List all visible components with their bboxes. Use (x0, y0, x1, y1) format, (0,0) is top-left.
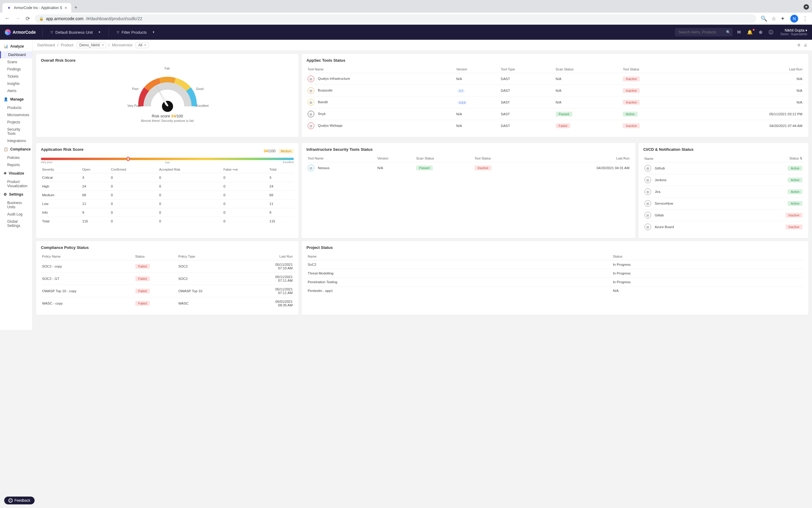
avatar[interactable]: N (790, 15, 798, 23)
kebab-menu-icon[interactable]: ⋮ (802, 15, 808, 22)
column-header[interactable]: Status (612, 253, 804, 260)
column-header[interactable]: Total (268, 166, 294, 173)
products-filter[interactable]: ▽ Filter Products ▼ (112, 30, 159, 35)
bell-icon[interactable]: 🔔 (746, 30, 754, 35)
microservice-select[interactable]: All (136, 42, 149, 48)
zoom-icon[interactable]: 🔍 (761, 15, 767, 22)
column-header[interactable]: Last Run (686, 66, 804, 73)
new-tab-button[interactable]: + (74, 4, 78, 11)
policy-link[interactable]: WASC - copy (41, 297, 134, 310)
breadcrumb-root[interactable]: Dashboard (37, 43, 55, 47)
column-header[interactable]: Tool Status (473, 155, 529, 162)
column-header[interactable]: Tool Type (499, 66, 554, 73)
back-button[interactable]: ← (4, 15, 10, 22)
sidebar-item-tickets[interactable]: Tickets (0, 73, 32, 80)
column-header[interactable]: False +ve (222, 166, 268, 173)
column-header[interactable]: Tool Name (306, 155, 376, 162)
table-row[interactable]: ◎SnykN/ASASTPassedActive05/11/2021 03:12… (306, 108, 804, 120)
sidebar-item-dashboard[interactable]: Dashboard (0, 51, 32, 58)
table-row[interactable]: ◎Qualys WebappN/ADASTFailedInactive04/20… (306, 120, 804, 132)
column-header[interactable]: Scan Status (555, 66, 622, 73)
sidebar-item-products[interactable]: Products (0, 104, 32, 111)
profile-menu-icon[interactable] (804, 4, 809, 10)
sidebar-item-business-units[interactable]: Business Units (0, 199, 32, 211)
column-header[interactable]: Status (134, 253, 177, 260)
table-row[interactable]: ◎Bandit1.6.2SASTN/AInactiveN/A (306, 97, 804, 108)
column-header[interactable]: Tool Status (622, 66, 686, 73)
column-header[interactable]: Policy Type (177, 253, 244, 260)
policy-link[interactable]: OWASP Top 10 - copy (41, 285, 134, 297)
table-row[interactable]: SoC2In Progress (306, 260, 804, 269)
mail-icon[interactable]: ✉ (736, 30, 742, 35)
sidebar-item-insights[interactable]: Insights (0, 80, 32, 87)
table-row[interactable]: ◎JiraActive (643, 186, 804, 198)
column-header[interactable]: Policy Name (41, 253, 134, 260)
column-header[interactable]: Last Run (244, 253, 294, 260)
sidebar-group-compliance[interactable]: 📋Compliance (0, 144, 32, 154)
table-row[interactable]: SOC2 - copyFailedSOC205/11/202107:10 AM (41, 260, 294, 273)
browser-tab[interactable]: ArmorCode Inc - Application S × (2, 3, 71, 13)
column-header[interactable]: Severity (41, 166, 81, 173)
sidebar-item-security-tools[interactable]: Security Tools (0, 126, 32, 137)
policy-link[interactable]: SOC2 - copy (41, 260, 134, 273)
table-row[interactable]: ◎GithubActive (643, 163, 804, 174)
business-unit-filter[interactable]: ▽ Default Business Unit ▼ (46, 30, 105, 35)
sidebar-group-analyze[interactable]: 📊Analyze (0, 42, 32, 51)
policy-link[interactable]: SOC2 - GT (41, 273, 134, 285)
column-header[interactable]: Version (376, 155, 415, 162)
reload-button[interactable]: ⟳ (25, 15, 31, 22)
table-row[interactable]: ◎Azure BoardInactive (643, 221, 804, 233)
print-icon[interactable]: 🖨 (804, 43, 807, 47)
column-header[interactable]: Name (306, 253, 612, 260)
global-search[interactable]: 🔍 (675, 28, 732, 36)
sidebar-item-alerts[interactable]: Alerts (0, 87, 32, 94)
sidebar-item-integrations[interactable]: Integrations (0, 137, 32, 144)
column-header[interactable]: Version (455, 66, 499, 73)
column-header[interactable]: Accepted Risk (158, 166, 222, 173)
sidebar-item-scans[interactable]: Scans (0, 58, 32, 66)
extensions-icon[interactable]: ✦ (780, 15, 785, 22)
info-icon[interactable]: ⓘ (767, 30, 774, 35)
sidebar-item-product-visualization[interactable]: Product Visualization (0, 178, 32, 189)
sidebar-group-manage[interactable]: 👤Manage (0, 94, 32, 104)
table-row[interactable]: ◎JenkinsActive (643, 174, 804, 186)
column-header[interactable]: Confirmed (110, 166, 158, 173)
column-header[interactable]: Tool Name (306, 66, 455, 73)
sidebar-group-settings[interactable]: ⚙Settings (0, 189, 32, 199)
gear-icon[interactable]: ⚙ (797, 43, 801, 47)
table-row[interactable]: ◎NessusN/APassedInactive04/20/2021 04:31… (306, 162, 631, 174)
sidebar-item-global-settings[interactable]: Global Settings (0, 218, 32, 229)
column-header[interactable]: Last Run (529, 155, 631, 162)
table-row[interactable]: Threat ModellingIn Progress (306, 269, 804, 278)
table-row[interactable]: ◎Qualys InfrastructureN/ADASTN/AInactive… (306, 73, 804, 85)
table-row[interactable]: ◎ServiceNowActive (643, 198, 804, 209)
table-row[interactable]: ◎GitlabInactive (643, 209, 804, 221)
table-row[interactable]: SOC2 - GTFailedSOC205/11/202107:11 AM (41, 273, 294, 285)
column-header[interactable]: Open (81, 166, 109, 173)
column-header[interactable]: Scan Status (415, 155, 473, 162)
user-menu[interactable]: Nikhil Gupta ▾ Demo : Superadmin (780, 28, 807, 36)
table-row[interactable]: Pentestin - app1N/A (306, 287, 804, 295)
sidebar-item-policies[interactable]: Policies (0, 154, 32, 161)
sidebar-item-projects[interactable]: Projects (0, 119, 32, 126)
close-icon[interactable]: × (65, 5, 67, 10)
bookmark-icon[interactable]: ☆ (771, 15, 776, 22)
forward-button[interactable]: → (14, 15, 20, 22)
address-bar[interactable]: 🔒 app.armorcode.com/#/dashboard/product/… (35, 14, 756, 23)
col-status[interactable]: Status ⇅ (743, 155, 804, 163)
sidebar-item-findings[interactable]: Findings (0, 66, 32, 73)
brand-logo[interactable]: ArmorCode (5, 29, 36, 35)
table-row[interactable]: Penetration TestingIn Progress (306, 278, 804, 287)
sidebar-item-microservices[interactable]: Microservices (0, 111, 32, 119)
sidebar-item-audit-log[interactable]: Audit Log (0, 211, 32, 218)
table-row[interactable]: ◎Burpsuite1.7DASTN/AInactiveN/A (306, 85, 804, 97)
help-icon[interactable]: ⊕ (758, 30, 764, 35)
search-icon[interactable]: 🔍 (726, 30, 730, 34)
sidebar-item-reports[interactable]: Reports (0, 161, 32, 169)
card-title: Application Risk Score (41, 147, 84, 152)
table-row[interactable]: WASC - copyFailedWASC05/01/202108:35 AM (41, 297, 294, 310)
product-select[interactable]: Demo_Nikhil (77, 42, 106, 48)
table-row[interactable]: OWASP Top 10 - copyFailedOWASP Top 1005/… (41, 285, 294, 297)
sidebar-group-visualize[interactable]: ✳Visualize (0, 169, 32, 178)
search-input[interactable] (678, 30, 724, 34)
